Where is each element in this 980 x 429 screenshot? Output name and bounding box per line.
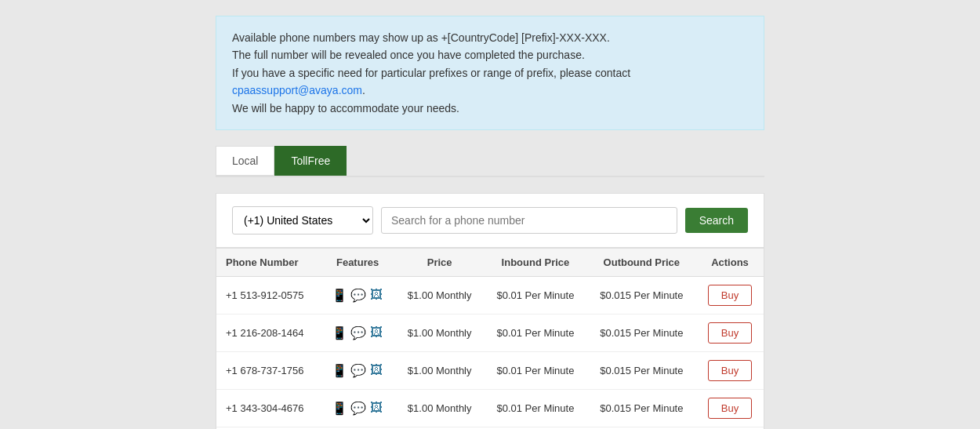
cell-inbound-3: $0.01 Per Minute	[484, 389, 587, 427]
results-table-wrapper: Phone Number Features Price Inbound Pric…	[216, 248, 764, 429]
tab-local[interactable]: Local	[216, 146, 274, 176]
cell-actions-3: Buy	[696, 389, 764, 427]
phone-icon: 📱	[332, 363, 346, 377]
search-section: (+1) United States Search	[216, 193, 764, 248]
info-box: Available phone numbers may show up as +…	[216, 16, 764, 130]
buy-button-2[interactable]: Buy	[708, 360, 752, 381]
main-content: Available phone numbers may show up as +…	[216, 8, 764, 429]
col-header-phone: Phone Number	[216, 249, 320, 277]
buy-button-1[interactable]: Buy	[708, 322, 752, 344]
sms-icon: 💬	[350, 363, 365, 377]
mms-icon: 🖼	[369, 401, 383, 415]
cell-inbound-0: $0.01 Per Minute	[484, 276, 587, 314]
sms-icon: 💬	[350, 288, 365, 302]
info-line2: The full number will be revealed once yo…	[232, 46, 748, 64]
buy-button-0[interactable]: Buy	[708, 285, 752, 306]
search-button[interactable]: Search	[685, 208, 748, 233]
support-email-link[interactable]: cpaassupport@avaya.com	[232, 84, 362, 96]
phone-icon: 📱	[332, 288, 346, 302]
results-table: Phone Number Features Price Inbound Pric…	[216, 249, 764, 429]
cell-actions-1: Buy	[696, 314, 764, 351]
cell-inbound-2: $0.01 Per Minute	[484, 351, 587, 389]
cell-outbound-0: $0.015 Per Minute	[587, 276, 696, 314]
col-header-price: Price	[395, 249, 484, 277]
table-header: Phone Number Features Price Inbound Pric…	[216, 249, 764, 277]
cell-price-0: $1.00 Monthly	[395, 276, 484, 314]
features-icons-2: 📱 💬 🖼	[329, 363, 386, 377]
cell-inbound-1: $0.01 Per Minute	[484, 314, 587, 351]
mms-icon: 🖼	[369, 363, 383, 377]
table-row: +1 678-737-1756 📱 💬 🖼 $1.00 Monthly $0.0…	[216, 351, 764, 389]
mms-icon: 🖼	[369, 288, 383, 302]
sms-icon: 💬	[350, 325, 365, 340]
cell-features-1: 📱 💬 🖼	[320, 314, 395, 351]
features-icons-3: 📱 💬 🖼	[329, 401, 386, 415]
features-icons-1: 📱 💬 🖼	[329, 325, 386, 340]
phone-icon: 📱	[332, 401, 346, 415]
phone-icon: 📱	[332, 325, 346, 340]
cell-outbound-3: $0.015 Per Minute	[587, 389, 696, 427]
cell-phone-0: +1 513-912-0575	[216, 276, 320, 314]
cell-outbound-2: $0.015 Per Minute	[587, 351, 696, 389]
mms-icon: 🖼	[369, 325, 383, 340]
buy-button-3[interactable]: Buy	[708, 398, 752, 419]
search-input[interactable]	[381, 207, 677, 234]
info-line4: We will be happy to accommodate your nee…	[232, 100, 748, 117]
cell-price-3: $1.00 Monthly	[395, 389, 484, 427]
cell-actions-0: Buy	[696, 276, 764, 314]
country-select[interactable]: (+1) United States	[232, 206, 373, 234]
cell-outbound-1: $0.015 Per Minute	[587, 314, 696, 351]
col-header-actions: Actions	[696, 249, 764, 277]
cell-phone-3: +1 343-304-4676	[216, 389, 320, 427]
cell-phone-1: +1 216-208-1464	[216, 314, 320, 351]
col-header-features: Features	[320, 249, 395, 277]
cell-price-2: $1.00 Monthly	[395, 351, 484, 389]
table-row: +1 343-304-4676 📱 💬 🖼 $1.00 Monthly $0.0…	[216, 389, 764, 427]
col-header-outbound: Outbound Price	[587, 249, 696, 277]
sms-icon: 💬	[350, 401, 365, 415]
cell-features-0: 📱 💬 🖼	[320, 276, 395, 314]
cell-actions-2: Buy	[696, 351, 764, 389]
info-line3: If you have a specific need for particul…	[232, 64, 748, 100]
tab-tollfree[interactable]: TollFree	[274, 146, 347, 176]
table-row: +1 513-912-0575 📱 💬 🖼 $1.00 Monthly $0.0…	[216, 276, 764, 314]
cell-features-3: 📱 💬 🖼	[320, 389, 395, 427]
tabs-container: Local TollFree	[216, 146, 764, 177]
search-row: (+1) United States Search	[232, 206, 748, 234]
cell-phone-2: +1 678-737-1756	[216, 351, 320, 389]
info-line1: Available phone numbers may show up as +…	[232, 29, 748, 46]
table-row: +1 216-208-1464 📱 💬 🖼 $1.00 Monthly $0.0…	[216, 314, 764, 351]
cell-features-2: 📱 💬 🖼	[320, 351, 395, 389]
cell-price-1: $1.00 Monthly	[395, 314, 484, 351]
col-header-inbound: Inbound Price	[484, 249, 587, 277]
features-icons-0: 📱 💬 🖼	[329, 288, 386, 302]
page-container: Available phone numbers may show up as +…	[0, 8, 980, 429]
table-body: +1 513-912-0575 📱 💬 🖼 $1.00 Monthly $0.0…	[216, 276, 764, 429]
